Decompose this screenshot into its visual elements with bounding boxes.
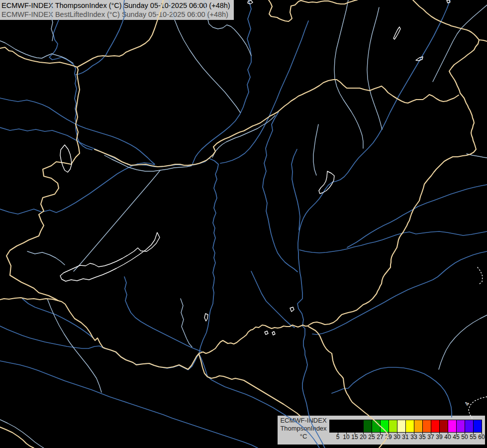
color-scale-cell	[423, 420, 431, 432]
color-scale-cell	[381, 420, 389, 432]
legend-text-block: ECMWF-INDEX ThompsonIndex °C	[278, 417, 329, 441]
color-scale-cell	[330, 420, 338, 432]
contour-value-label: 4	[463, 401, 471, 407]
color-scale-cell	[431, 420, 440, 432]
title-best-lifted-index: ECMWF-INDEX BestLiftedIndex (°C) Sunday …	[1, 10, 234, 19]
color-scale-cell	[338, 420, 347, 432]
title-thompson-index: ECMWF-INDEX ThompsonIndex (°C) Sunday 05…	[1, 1, 234, 10]
country-borders	[0, 0, 487, 448]
color-scale-cell	[465, 420, 474, 432]
rivers-pale	[0, 0, 487, 448]
color-scale-cell	[389, 420, 397, 432]
color-scale-cell	[414, 420, 423, 432]
color-scale-legend: ECMWF-INDEX ThompsonIndex °C 51015202527…	[278, 416, 485, 445]
map-canvas: 4	[0, 0, 487, 448]
color-scale-cell	[364, 420, 372, 432]
color-scale-cell	[355, 420, 364, 432]
lake-outlines	[60, 0, 450, 335]
legend-unit-label: °C	[278, 433, 329, 441]
color-scale-cell	[474, 420, 482, 432]
color-scale-cell	[448, 420, 457, 432]
color-scale-cell	[457, 420, 465, 432]
index-contours	[469, 267, 487, 418]
color-scale-cell	[440, 420, 448, 432]
color-scale-tick-label: 60	[476, 434, 487, 441]
color-scale-cell	[406, 420, 414, 432]
legend-product-label: ECMWF-INDEX	[278, 417, 329, 425]
legend-index-label: ThompsonIndex	[278, 425, 329, 433]
color-scale-cell	[397, 420, 406, 432]
rivers-main	[0, 0, 487, 448]
color-scale-cell	[347, 420, 355, 432]
color-scale-bar	[329, 420, 482, 433]
map-title-panel: ECMWF-INDEX ThompsonIndex (°C) Sunday 05…	[0, 0, 234, 20]
color-scale-cell	[372, 420, 381, 432]
weather-map-viewport: ECMWF-INDEX ThompsonIndex (°C) Sunday 05…	[0, 0, 487, 448]
